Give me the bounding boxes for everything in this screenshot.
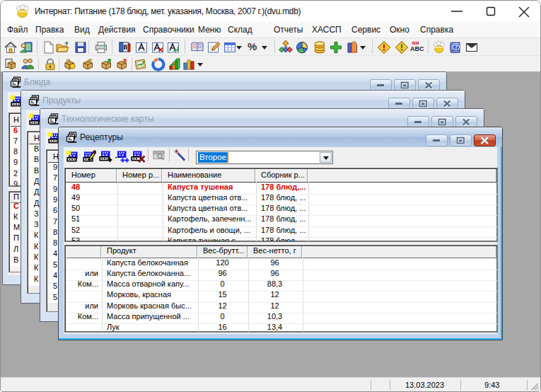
svg-text:?: ? (454, 43, 458, 50)
